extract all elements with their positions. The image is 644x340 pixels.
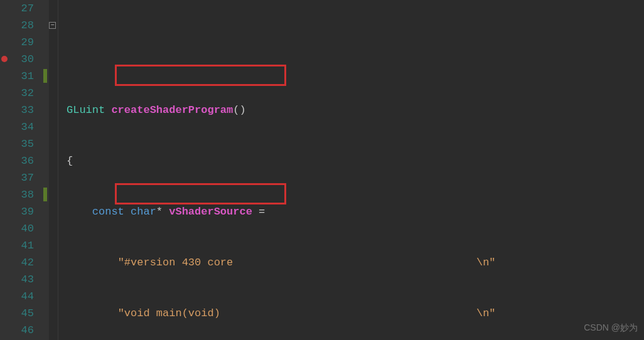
- line-number: 43: [9, 271, 34, 288]
- line-number: 39: [9, 203, 34, 220]
- modified-line-icon: [43, 69, 47, 83]
- keyword-token: const: [92, 206, 124, 218]
- code-editor[interactable]: 27 28 29 30 31 32 33 34 35 36 37 38 39 4…: [0, 0, 644, 340]
- code-line[interactable]: const char* vShaderSource =: [67, 203, 644, 220]
- function-name: createShaderProgram: [111, 104, 233, 116]
- breakpoint-icon[interactable]: [1, 56, 8, 62]
- line-number: 28: [9, 17, 34, 34]
- punct: =: [252, 206, 272, 218]
- line-number: 36: [9, 152, 34, 169]
- punct: *: [156, 206, 163, 218]
- fold-toggle-icon[interactable]: −: [49, 22, 56, 29]
- line-number: 35: [9, 135, 34, 152]
- breakpoint-gutter[interactable]: [0, 0, 9, 340]
- line-number: 32: [9, 85, 34, 102]
- string-token: \n": [476, 257, 496, 268]
- punct: {: [67, 155, 73, 167]
- highlight-box: [115, 65, 286, 86]
- line-number: 34: [9, 119, 34, 135]
- line-number: 37: [9, 169, 34, 186]
- code-line[interactable]: "#version 430 core \n": [67, 254, 644, 271]
- line-number: 33: [9, 102, 34, 119]
- line-number: 27: [9, 0, 34, 17]
- line-number: 42: [9, 254, 34, 271]
- code-line[interactable]: [67, 51, 644, 68]
- highlight-box: [115, 183, 286, 205]
- string-token: "void main(void): [118, 307, 220, 319]
- code-area[interactable]: GLuint createShaderProgram() { const cha…: [67, 0, 644, 340]
- line-number: 45: [9, 305, 34, 322]
- code-line[interactable]: {: [67, 152, 644, 169]
- line-number: 44: [9, 288, 34, 305]
- line-number: 30: [9, 51, 34, 68]
- punct: (): [233, 104, 245, 116]
- line-number: 46: [9, 322, 34, 339]
- type-token: char: [131, 206, 156, 218]
- var-name: vShaderSource: [169, 206, 252, 218]
- type-token: GLuint: [67, 104, 105, 116]
- line-number: 40: [9, 220, 34, 237]
- modified-line-icon: [43, 188, 47, 201]
- code-line[interactable]: "void main(void) \n": [67, 305, 644, 322]
- line-number: 31: [9, 68, 34, 85]
- change-indicator-gutter: [43, 0, 49, 340]
- line-number-gutter: 27 28 29 30 31 32 33 34 35 36 37 38 39 4…: [9, 0, 43, 340]
- line-number: 29: [9, 34, 34, 51]
- line-number: 38: [9, 186, 34, 203]
- string-token: \n": [476, 307, 496, 319]
- fold-gutter[interactable]: −: [49, 0, 67, 340]
- string-token: "#version 430 core: [118, 257, 233, 268]
- code-line[interactable]: GLuint createShaderProgram(): [67, 102, 644, 119]
- line-number: 41: [9, 237, 34, 254]
